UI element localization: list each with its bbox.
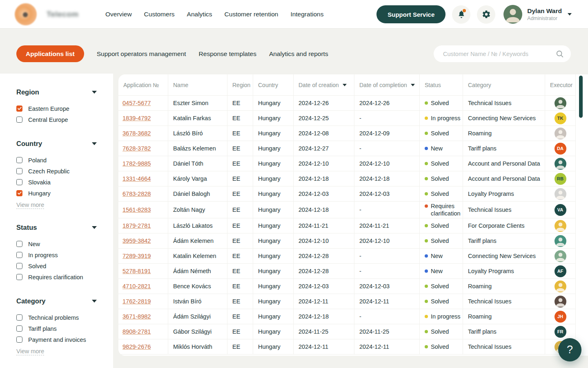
cell-date-of-creation: 2024-12-18 bbox=[294, 202, 354, 218]
executor-avatar-photo[interactable] bbox=[555, 280, 566, 292]
table-scrollbar[interactable] bbox=[579, 76, 583, 118]
executor-avatar-photo[interactable] bbox=[555, 188, 566, 200]
filter-option-solved[interactable]: Solved bbox=[16, 260, 97, 272]
executor-avatar-photo[interactable] bbox=[555, 250, 566, 262]
executor-avatar-initials[interactable]: VA bbox=[555, 204, 566, 216]
column-header-date_completion[interactable]: Date of completion bbox=[354, 74, 420, 96]
filter-option-technical-problems[interactable]: Technical problems bbox=[16, 312, 97, 323]
checkbox-unchecked[interactable] bbox=[16, 252, 22, 258]
column-header-label: Category bbox=[468, 82, 491, 88]
status-badge: Solved bbox=[425, 283, 449, 290]
executor-avatar-initials[interactable]: DA bbox=[555, 143, 566, 155]
application-number-link[interactable]: 1762-2819 bbox=[122, 298, 151, 305]
notifications-button[interactable] bbox=[452, 5, 470, 24]
filter-option-czech-republic[interactable]: Czech Republic bbox=[16, 166, 97, 177]
brand-logo[interactable]: Telecom bbox=[15, 3, 78, 25]
executor-avatar-photo[interactable] bbox=[555, 97, 566, 109]
nav-item-customer-retention[interactable]: Customer retention bbox=[225, 11, 278, 18]
application-number-link[interactable]: 3671-8982 bbox=[122, 313, 151, 320]
application-number-link[interactable]: 1561-8283 bbox=[122, 206, 151, 213]
application-number-link[interactable]: 4710-2821 bbox=[122, 283, 151, 289]
application-number-link[interactable]: 5278-8191 bbox=[122, 268, 151, 274]
filter-option-poland[interactable]: Poland bbox=[16, 155, 97, 166]
executor-avatar-initials[interactable]: AF bbox=[555, 265, 566, 277]
executor-avatar-photo[interactable] bbox=[555, 220, 566, 232]
filter-group-header-status[interactable]: Status bbox=[16, 224, 97, 231]
nav-item-analytics[interactable]: Analytics bbox=[187, 11, 212, 18]
application-number-link[interactable]: 0457-5677 bbox=[122, 100, 151, 106]
executor-avatar-initials[interactable]: RB bbox=[555, 173, 566, 185]
view-more-link[interactable]: View more bbox=[16, 348, 44, 355]
filter-group-title: Status bbox=[16, 224, 37, 231]
checkbox-checked[interactable] bbox=[16, 190, 22, 196]
executor-avatar-photo[interactable] bbox=[555, 158, 566, 170]
settings-button[interactable] bbox=[477, 5, 495, 24]
status-label: Solved bbox=[431, 343, 449, 350]
cell-date-of-completion: 2024-12-10 bbox=[354, 233, 420, 249]
cell-region: EE bbox=[227, 126, 253, 141]
filter-option-central-europe[interactable]: Central Europe bbox=[16, 114, 97, 125]
help-button[interactable]: ? bbox=[558, 338, 581, 361]
filter-option-eastern-europe[interactable]: Eastern Europe bbox=[16, 103, 97, 114]
support-service-button[interactable]: Support Service bbox=[376, 5, 445, 23]
tab-response-templates[interactable]: Response templates bbox=[199, 50, 256, 58]
sort-descending-icon[interactable] bbox=[343, 84, 347, 86]
user-menu[interactable]: Dylan Ward Administrator bbox=[503, 5, 572, 24]
checkbox-unchecked[interactable] bbox=[16, 179, 22, 185]
checkbox-unchecked[interactable] bbox=[16, 337, 22, 343]
tab-applications-list[interactable]: Applications list bbox=[16, 45, 84, 62]
checkbox-unchecked[interactable] bbox=[16, 157, 22, 163]
column-header-country: Country bbox=[253, 74, 294, 96]
search-box[interactable] bbox=[434, 45, 571, 62]
application-number-link[interactable]: 3959-3842 bbox=[122, 238, 151, 244]
application-number-link[interactable]: 1331-4664 bbox=[122, 175, 151, 182]
checkbox-unchecked[interactable] bbox=[16, 117, 22, 123]
cell-application-number: 8908-2781 bbox=[118, 324, 168, 339]
executor-avatar-initials[interactable]: TK bbox=[555, 112, 566, 124]
filter-group-header-country[interactable]: Country bbox=[16, 140, 97, 148]
tab-analytics-and-reports[interactable]: Analytics and reports bbox=[269, 50, 328, 58]
application-number-link[interactable]: 1782-9885 bbox=[122, 160, 151, 167]
application-number-link[interactable]: 8908-2781 bbox=[122, 328, 151, 335]
checkbox-checked[interactable] bbox=[16, 105, 22, 112]
sort-descending-icon[interactable] bbox=[411, 84, 415, 86]
filter-group-header-category[interactable]: Category bbox=[16, 297, 97, 305]
column-header-date_creation[interactable]: Date of creation bbox=[294, 74, 354, 96]
application-number-link[interactable]: 7628-3782 bbox=[122, 145, 151, 152]
executor-avatar-photo[interactable] bbox=[555, 128, 566, 139]
application-number-link[interactable]: 3678-3682 bbox=[122, 130, 151, 137]
executor-avatar-photo[interactable] bbox=[555, 296, 566, 307]
status-label: Solved bbox=[431, 175, 449, 182]
search-input[interactable] bbox=[442, 50, 556, 58]
executor-avatar-initials[interactable]: JH bbox=[555, 311, 566, 323]
nav-item-overview[interactable]: Overview bbox=[105, 11, 132, 18]
checkbox-unchecked[interactable] bbox=[16, 314, 22, 321]
checkbox-unchecked[interactable] bbox=[16, 168, 22, 174]
application-number-link[interactable]: 6783-2828 bbox=[122, 191, 151, 197]
checkbox-unchecked[interactable] bbox=[16, 241, 22, 247]
search-icon[interactable] bbox=[556, 50, 564, 58]
executor-avatar-initials[interactable]: FR bbox=[555, 326, 566, 338]
view-more-link[interactable]: View more bbox=[16, 201, 44, 209]
tab-support-operators-management[interactable]: Support operators management bbox=[97, 50, 186, 58]
column-header-label: Date of creation bbox=[298, 82, 339, 88]
executor-avatar-photo[interactable] bbox=[555, 235, 566, 247]
application-number-link[interactable]: 7289-3919 bbox=[122, 253, 151, 259]
filter-option-hungary[interactable]: Hungary bbox=[16, 188, 97, 199]
checkbox-unchecked[interactable] bbox=[16, 263, 22, 269]
filter-option-requires-clarification[interactable]: Requires clarification bbox=[16, 272, 97, 283]
nav-item-integrations[interactable]: Integrations bbox=[290, 11, 323, 18]
application-number-link[interactable]: 1879-2781 bbox=[122, 222, 151, 229]
filter-option-payment-and-invoices[interactable]: Payment and invoices bbox=[16, 334, 97, 345]
checkbox-unchecked[interactable] bbox=[16, 325, 22, 332]
chevron-down-icon[interactable] bbox=[568, 13, 572, 16]
application-number-link[interactable]: 1839-4792 bbox=[122, 115, 151, 121]
checkbox-unchecked[interactable] bbox=[16, 274, 22, 280]
filter-option-slovakia[interactable]: Slovakia bbox=[16, 177, 97, 188]
filter-option-new[interactable]: New bbox=[16, 238, 97, 249]
filter-option-tariff-plans[interactable]: Tariff plans bbox=[16, 323, 97, 334]
filter-option-in-progress[interactable]: In progress bbox=[16, 249, 97, 260]
nav-item-customers[interactable]: Customers bbox=[144, 11, 175, 18]
application-number-link[interactable]: 9829-2676 bbox=[122, 343, 151, 350]
filter-group-header-region[interactable]: Region bbox=[16, 88, 97, 96]
